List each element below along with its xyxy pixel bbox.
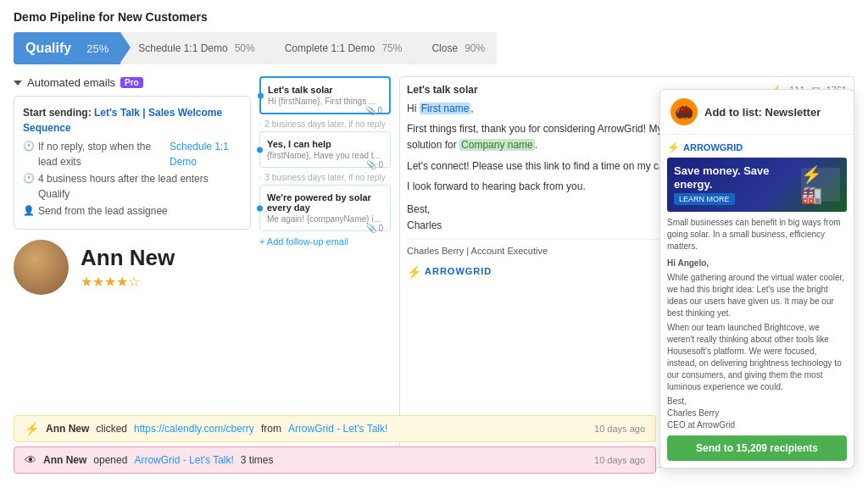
email-item-2-sub-text: {firstName}, Have you read t... xyxy=(267,151,381,160)
step-complete-arrow xyxy=(414,32,424,63)
email-p2-text: . xyxy=(535,139,537,151)
main-container: Demo Pipeline for New Customers Qualify … xyxy=(0,0,868,488)
step-schedule[interactable]: Schedule 1:1 Demo 50% xyxy=(120,32,266,64)
arrowgrid-logo-text: ARROWGRID xyxy=(683,142,743,152)
email-item-2-sub: {firstName}, Have you read t... 📎 0 xyxy=(267,151,383,160)
activity-item-click: ⚡ Ann New clicked https://calendly.com/c… xyxy=(14,415,656,442)
dot-icon-1 xyxy=(258,92,264,98)
clip-icon-2: 📎 0 xyxy=(366,160,383,169)
letter-title: CEO at ArrowGrid xyxy=(667,419,847,431)
pro-badge: Pro xyxy=(120,77,143,88)
person-section: Ann New ★★★★☆ xyxy=(14,240,251,295)
hero-image: ⚡🏭 xyxy=(801,168,840,202)
step-complete[interactable]: Complete 1:1 Demo 75% xyxy=(267,32,415,64)
automated-emails-header[interactable]: Automated emails Pro xyxy=(14,76,251,89)
activity-open-person: Ann New xyxy=(43,454,86,466)
newsletter-letter-content: Hi Angelo, While gathering around the vi… xyxy=(667,258,847,431)
email-item-2[interactable]: Yes, I can help {firstName}, Have you re… xyxy=(259,131,391,168)
arrow-logo-icon: ⚡ xyxy=(407,263,421,281)
person-stars: ★★★★☆ xyxy=(81,274,175,290)
activity-open-source: ArrowGrid - Let's Talk! xyxy=(134,454,233,466)
step-qualify[interactable]: Qualify 25% xyxy=(14,32,120,64)
learn-more-button[interactable]: LEARN MORE xyxy=(674,193,735,205)
open-icon: 👁 xyxy=(25,453,36,467)
clip-icon-1: 📎 0 xyxy=(365,106,382,115)
email-item-1-sub-text: Hi {firstName}, First things ... xyxy=(268,97,376,106)
dot-icon-3 xyxy=(257,205,263,211)
letter-body1: While gathering around the virtual water… xyxy=(667,272,847,319)
step-complete-label: Complete 1:1 Demo xyxy=(285,42,376,54)
step-qualify-pct: 25% xyxy=(86,42,108,55)
activity-click-action: clicked xyxy=(96,423,127,435)
activity-click-link-suffix: from xyxy=(261,423,281,435)
hero-text: Save money. Save energy. LEARN MORE xyxy=(674,164,801,205)
hero-title: Save money. Save energy. xyxy=(674,164,801,191)
person-info: Ann New ★★★★☆ xyxy=(14,240,251,295)
pipeline-steps: Qualify 25% Schedule 1:1 Demo 50% Comple… xyxy=(14,32,854,64)
email-seq-title: Start sending: Let's Talk | Sales Welcom… xyxy=(23,105,242,136)
arrow-icon-small: ⚡ xyxy=(667,141,680,153)
arrowgrid-name: ARROWGRID xyxy=(425,264,492,280)
email-item-1-title: Let's talk solar xyxy=(268,85,382,95)
seq-condition1: 🕐 If no reply, stop when the lead exits … xyxy=(23,139,242,169)
dot-icon-2 xyxy=(257,147,263,152)
step-schedule-arrow xyxy=(267,32,277,63)
activity-section: ⚡ Ann New clicked https://calendly.com/c… xyxy=(14,415,656,478)
letter-sign: Best, xyxy=(667,396,847,408)
step-qualify-arrow xyxy=(120,32,131,63)
activity-open-suffix: 3 times xyxy=(241,454,274,466)
letter-body2: When our team launched Brightcove, we we… xyxy=(667,322,847,393)
email-item-1-sub: Hi {firstName}, First things ... 📎 0 xyxy=(268,97,382,106)
add-followup-button[interactable]: + Add follow-up email xyxy=(259,236,391,247)
step-schedule-pct: 50% xyxy=(235,42,255,54)
email-sequence-box: Start sending: Let's Talk | Sales Welcom… xyxy=(14,96,251,230)
delay-label-2: 3 business days later, if no reply xyxy=(259,173,391,182)
email-subject: Let's talk solar xyxy=(407,84,478,96)
activity-click-person: Ann New xyxy=(46,423,89,435)
seq-title-prefix: Start sending: xyxy=(23,107,94,119)
seq-cond3-text: Send from the lead assignee xyxy=(38,203,168,219)
email-item-3-sub: Me again! {companyName} i... 📎 0 xyxy=(267,214,383,224)
seq-cond1-prefix: If no reply, stop when the lead exits xyxy=(38,139,166,169)
activity-click-source: ArrowGrid - Let's Talk! xyxy=(288,423,387,435)
automated-emails-label: Automated emails xyxy=(27,76,115,89)
clock-icon: 🕐 xyxy=(23,139,35,153)
middle-panel: Let's talk solar Hi {firstName}, First t… xyxy=(259,76,391,468)
seq-cond2-text: 4 business hours after the lead enters Q… xyxy=(38,171,242,202)
step-close-label: Close xyxy=(431,42,458,54)
email-item-2-title: Yes, I can help xyxy=(267,139,383,149)
pipeline-title: Demo Pipeline for New Customers xyxy=(14,10,854,24)
email-item-3[interactable]: We're powered by solar every day Me agai… xyxy=(259,185,391,231)
activity-item-open: 👁 Ann New opened ArrowGrid - Let's Talk!… xyxy=(14,446,656,474)
left-panel: Automated emails Pro Start sending: Let'… xyxy=(14,76,251,468)
clock-icon2: 🕐 xyxy=(23,171,35,186)
company-highlight: Company name xyxy=(459,139,535,151)
avatar-image xyxy=(14,240,69,295)
step-schedule-label: Schedule 1:1 Demo xyxy=(138,42,227,54)
seq-condition3: 👤 Send from the lead assignee xyxy=(23,203,242,219)
activity-open-time: 10 days ago xyxy=(594,455,645,465)
seq-cond1-link: Schedule 1:1 Demo xyxy=(170,139,242,169)
email-item-1[interactable]: Let's talk solar Hi {firstName}, First t… xyxy=(259,76,391,114)
person-name-stars: Ann New ★★★★☆ xyxy=(81,245,175,290)
newsletter-hero: Save money. Save energy. LEARN MORE ⚡🏭 xyxy=(667,158,847,212)
step-close[interactable]: Close 90% xyxy=(414,32,497,64)
activity-click-link[interactable]: https://calendly.com/cberry xyxy=(134,423,254,435)
newsletter-popup: 🌰 Add to list: Newsletter ⚡ ARROWGRID Sa… xyxy=(659,89,854,469)
step-close-pct: 90% xyxy=(465,42,485,54)
acorn-icon: 🌰 xyxy=(670,98,698,125)
avatar xyxy=(14,240,69,295)
newsletter-header-text: Add to list: Newsletter xyxy=(704,106,821,119)
send-button[interactable]: Send to 15,209 recipients xyxy=(667,435,847,461)
email-item-3-title: We're powered by solar every day xyxy=(267,192,383,213)
arrowgrid-header: ⚡ ARROWGRID xyxy=(667,141,847,153)
firstname-highlight: First name xyxy=(420,103,471,114)
activity-open-action: opened xyxy=(93,454,127,466)
email-item-3-sub-text: Me again! {companyName} i... xyxy=(267,214,381,224)
person-name: Ann New xyxy=(81,245,175,271)
delay-label-1: 2 business days later, if no reply xyxy=(259,119,391,129)
letter-greeting: Hi Angelo, xyxy=(667,258,847,269)
letter-sender: Charles Berry xyxy=(667,408,847,419)
greeting-text: Hi xyxy=(407,103,420,114)
step-qualify-label: Qualify xyxy=(25,41,71,56)
